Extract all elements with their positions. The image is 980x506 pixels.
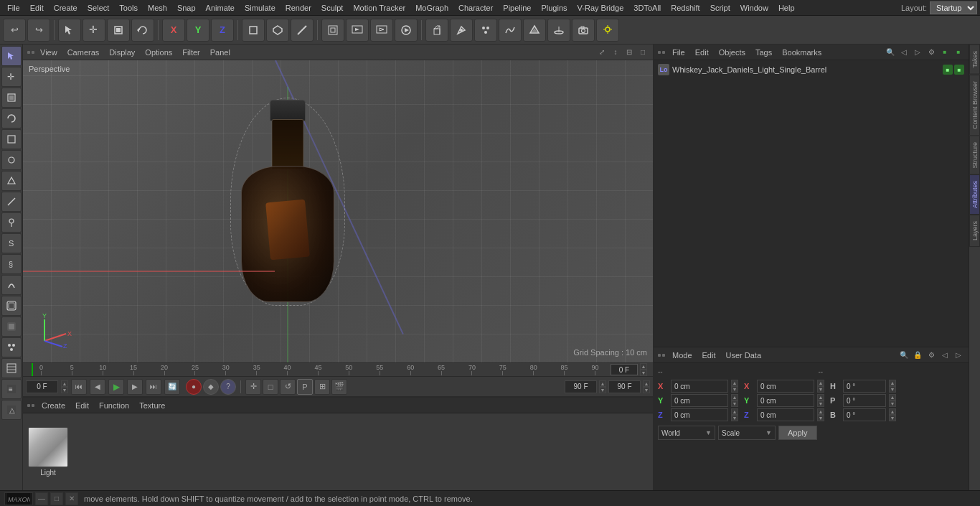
y-axis-button[interactable]: Y — [187, 19, 209, 42]
attr-x-size-down[interactable]: ▼ — [817, 386, 824, 393]
z-axis-button[interactable]: Z — [211, 19, 234, 42]
end-frame-down[interactable]: ▼ — [599, 387, 606, 393]
bottom-menu-edit[interactable]: Edit — [72, 400, 92, 411]
rotate-tool-button[interactable] — [131, 19, 154, 42]
sidebar-btn-18[interactable]: △ — [1, 400, 22, 420]
anim-extra-4[interactable]: P — [297, 379, 313, 395]
start-frame-up[interactable]: ▲ — [61, 380, 68, 387]
menu-select[interactable]: Select — [83, 2, 114, 14]
sidebar-btn-14[interactable] — [1, 317, 22, 337]
attr-p-field[interactable]: 0 ° — [843, 394, 886, 407]
redo-button[interactable]: ↪ — [27, 19, 50, 42]
anim-prev-frame-btn[interactable]: ◀ — [90, 379, 105, 395]
menu-snap[interactable]: Snap — [173, 2, 200, 14]
apply-button[interactable]: Apply — [778, 426, 817, 440]
menu-file[interactable]: File — [3, 2, 24, 14]
vp-maximize-icon[interactable]: □ — [637, 47, 649, 58]
edge-mode-button[interactable] — [291, 19, 314, 42]
attr-y-size-up[interactable]: ▲ — [817, 394, 824, 400]
anim-loop-btn[interactable]: 🔄 — [164, 379, 180, 395]
total-frame-up[interactable]: ▲ — [643, 380, 650, 387]
end-frame-up[interactable]: ▲ — [599, 380, 606, 387]
attr-y-position-field[interactable]: 0 cm — [671, 394, 728, 407]
attr-forward-icon[interactable]: ▷ — [953, 350, 964, 361]
attr-p-up[interactable]: ▲ — [889, 394, 896, 400]
object-row-whiskey[interactable]: Lo Whiskey_Jack_Daniels_Light_Single_Bar… — [655, 62, 967, 78]
obj-mgr-search-icon[interactable]: 🔍 — [885, 47, 896, 58]
sidebar-btn-7[interactable] — [1, 171, 22, 191]
attr-settings-icon[interactable]: ⚙ — [925, 350, 937, 361]
sidebar-btn-5[interactable] — [1, 129, 22, 149]
vp-menu-filter[interactable]: Filter — [178, 47, 204, 58]
vp-menu-panel[interactable]: Panel — [206, 47, 235, 58]
attr-z-size-down[interactable]: ▼ — [817, 415, 824, 421]
material-preview-area[interactable]: Light — [23, 413, 73, 490]
attr-y-pos-down[interactable]: ▼ — [731, 400, 738, 407]
bottle-object[interactable] — [237, 101, 338, 302]
menu-help[interactable]: Help — [774, 2, 799, 14]
status-restore-btn[interactable]: □ — [50, 492, 63, 505]
attr-b-up[interactable]: ▲ — [889, 408, 896, 415]
frame-end-up[interactable]: ▲ — [640, 363, 647, 370]
menu-character[interactable]: Character — [454, 2, 497, 14]
sidebar-select-btn[interactable] — [1, 46, 22, 66]
select-tool-button[interactable] — [58, 19, 81, 42]
attr-y-size-down[interactable]: ▼ — [817, 400, 824, 407]
badge-green-2[interactable]: ■ — [954, 65, 964, 75]
material-thumbnail[interactable] — [28, 427, 68, 467]
world-select[interactable]: World ▼ — [658, 426, 715, 440]
end-frame-input[interactable] — [565, 380, 597, 393]
attr-menu-edit[interactable]: Edit — [699, 350, 719, 360]
start-frame-down[interactable]: ▼ — [61, 387, 68, 393]
record-btn[interactable]: ● — [186, 379, 202, 395]
anim-next-end-btn[interactable]: ⏭ — [146, 379, 161, 395]
attr-z-position-field[interactable]: 0 cm — [671, 408, 728, 421]
anim-extra-5[interactable]: ⊞ — [314, 379, 330, 395]
obj-mgr-menu-bookmarks[interactable]: Bookmarks — [779, 47, 824, 57]
sidebar-btn-11[interactable]: § — [1, 254, 22, 274]
particle-button[interactable] — [474, 19, 497, 42]
sidebar-btn-10[interactable]: S — [1, 233, 22, 253]
menu-script[interactable]: Script — [706, 2, 735, 14]
menu-pipeline[interactable]: Pipeline — [499, 2, 535, 14]
obj-mgr-menu-tags[interactable]: Tags — [753, 47, 775, 57]
menu-render[interactable]: Render — [281, 2, 316, 14]
sidebar-btn-6[interactable] — [1, 150, 22, 170]
menu-mesh[interactable]: Mesh — [143, 2, 171, 14]
attr-b-down[interactable]: ▼ — [889, 415, 896, 421]
obj-mgr-back-icon[interactable]: ◁ — [898, 47, 910, 58]
sidebar-btn-13[interactable] — [1, 296, 22, 316]
attr-back-icon[interactable]: ◁ — [939, 350, 951, 361]
sidebar-scale-btn[interactable] — [1, 88, 22, 108]
attr-search-icon[interactable]: 🔍 — [898, 350, 910, 361]
sidebar-btn-12[interactable] — [1, 275, 22, 295]
bottom-menu-texture[interactable]: Texture — [136, 400, 168, 411]
menu-edit[interactable]: Edit — [26, 2, 48, 14]
current-frame-end-input[interactable] — [611, 364, 638, 375]
cube-button[interactable] — [425, 19, 448, 42]
attr-h-up[interactable]: ▲ — [889, 380, 896, 386]
polygon-mode-button[interactable] — [266, 19, 289, 42]
attr-y-pos-up[interactable]: ▲ — [731, 394, 738, 400]
material-button[interactable] — [523, 19, 546, 42]
attr-x-pos-down[interactable]: ▼ — [731, 386, 738, 393]
attr-z-size-up[interactable]: ▲ — [817, 408, 824, 415]
vp-menu-display[interactable]: Display — [105, 47, 139, 58]
badge-green-1[interactable]: ■ — [943, 65, 953, 75]
viewport-canvas[interactable]: Perspective X Y Z Grid Spacing : — [23, 60, 653, 362]
scale-select[interactable]: Scale ▼ — [718, 426, 776, 440]
obj-mgr-green2-icon[interactable]: ■ — [953, 47, 964, 58]
menu-sculpt[interactable]: Sculpt — [317, 2, 348, 14]
frame-end-down[interactable]: ▼ — [640, 370, 647, 376]
menu-vray[interactable]: V-Ray Bridge — [573, 2, 628, 14]
obj-mgr-green1-icon[interactable]: ■ — [939, 47, 951, 58]
sidebar-btn-17[interactable]: ≡ — [1, 379, 22, 399]
vtab-layers[interactable]: Layers — [969, 215, 980, 247]
anim-next-frame-btn[interactable]: ▶ — [127, 379, 143, 395]
scale-tool-button[interactable] — [107, 19, 130, 42]
anim-extra-3[interactable]: ↺ — [280, 379, 296, 395]
vp-settings-icon[interactable]: ⊟ — [623, 47, 635, 58]
sidebar-btn-9[interactable] — [1, 212, 22, 233]
attr-x-size-up[interactable]: ▲ — [817, 380, 824, 386]
pen-tool-button[interactable] — [450, 19, 473, 42]
